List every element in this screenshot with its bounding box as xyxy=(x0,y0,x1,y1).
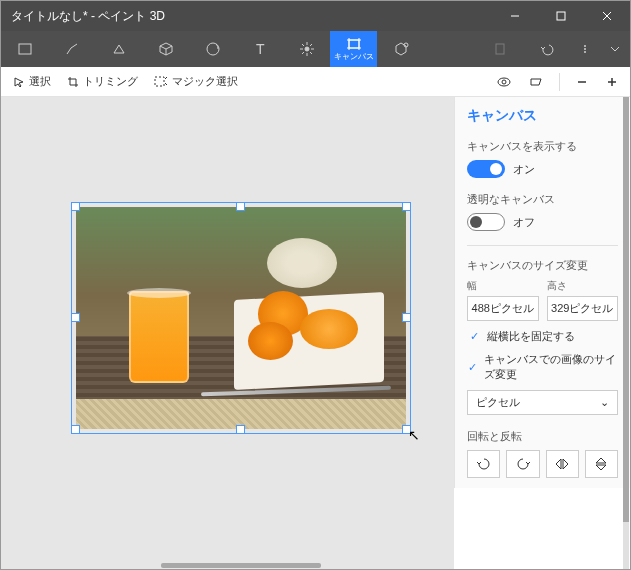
select-tool[interactable]: 選択 xyxy=(7,70,57,94)
resize-handle-l[interactable] xyxy=(71,313,80,322)
resize-handle-tr[interactable] xyxy=(402,202,411,211)
2d-shapes-tab[interactable] xyxy=(95,31,142,67)
show-canvas-state: オン xyxy=(513,162,535,177)
svg-line-12 xyxy=(302,44,304,46)
svg-point-25 xyxy=(584,51,586,53)
transparent-canvas-toggle[interactable] xyxy=(467,213,505,231)
resize-canvas-label: キャンバスのサイズ変更 xyxy=(467,258,618,273)
resize-handle-bl[interactable] xyxy=(71,425,80,434)
zoom-out-button[interactable] xyxy=(570,70,594,94)
svg-point-28 xyxy=(502,80,506,84)
resize-handle-tl[interactable] xyxy=(71,202,80,211)
resize-handle-b[interactable] xyxy=(236,425,245,434)
chevron-down-icon: ⌄ xyxy=(600,396,609,409)
canvas-tab[interactable]: キャンバス xyxy=(330,31,377,67)
canvas-properties-panel: キャンバス キャンバスを表示する オン 透明なキャンバス オフ キャンバスのサイ… xyxy=(454,97,630,488)
svg-point-23 xyxy=(584,45,586,47)
show-canvas-label: キャンバスを表示する xyxy=(467,139,618,154)
menu-button[interactable] xyxy=(1,31,48,67)
rotate-left-button[interactable] xyxy=(467,450,500,478)
resize-image-checkbox[interactable]: ✓ キャンバスでの画像のサイズ変更 xyxy=(467,352,618,382)
maximize-button[interactable] xyxy=(538,1,584,31)
cursor-icon: ↖ xyxy=(408,427,420,443)
zoom-in-button[interactable] xyxy=(600,70,624,94)
svg-line-14 xyxy=(310,44,312,46)
unit-dropdown[interactable]: ピクセル ⌄ xyxy=(467,390,618,415)
svg-point-27 xyxy=(498,78,510,86)
svg-rect-22 xyxy=(496,44,504,54)
minimize-button[interactable] xyxy=(492,1,538,31)
panel-title: キャンバス xyxy=(467,107,618,125)
view-3d-button[interactable] xyxy=(491,70,517,94)
title-bar: タイトルなし* - ペイント 3D xyxy=(1,1,630,31)
check-icon: ✓ xyxy=(467,360,478,374)
resize-handle-r[interactable] xyxy=(402,313,411,322)
magic-select-tool[interactable]: マジック選択 xyxy=(148,70,244,94)
text-tab[interactable]: T xyxy=(236,31,283,67)
3d-library-tab[interactable] xyxy=(377,31,424,67)
svg-line-15 xyxy=(302,52,304,54)
width-label: 幅 xyxy=(467,279,539,293)
show-canvas-toggle[interactable] xyxy=(467,160,505,178)
rotate-flip-label: 回転と反転 xyxy=(467,429,618,444)
canvas-tab-label: キャンバス xyxy=(334,53,374,61)
brushes-tab[interactable] xyxy=(48,31,95,67)
undo-button[interactable] xyxy=(523,31,570,67)
canvas-image xyxy=(76,207,406,429)
lock-aspect-checkbox[interactable]: ✓ 縦横比を固定する xyxy=(467,329,618,344)
more-dropdown[interactable] xyxy=(570,31,600,67)
svg-text:T: T xyxy=(256,41,265,57)
height-label: 高さ xyxy=(547,279,619,293)
height-input[interactable]: 329ピクセル xyxy=(547,296,619,321)
effects-tab[interactable] xyxy=(283,31,330,67)
3d-shapes-tab[interactable] xyxy=(142,31,189,67)
mixed-reality-button[interactable] xyxy=(523,70,549,94)
flip-horizontal-button[interactable] xyxy=(546,450,579,478)
stickers-tab[interactable] xyxy=(189,31,236,67)
secondary-toolbar: 選択 トリミング マジック選択 xyxy=(1,67,630,97)
window-title: タイトルなし* - ペイント 3D xyxy=(1,8,492,25)
transparent-canvas-state: オフ xyxy=(513,215,535,230)
ribbon: T キャンバス xyxy=(1,31,630,67)
crop-tool[interactable]: トリミング xyxy=(61,70,144,94)
flip-vertical-button[interactable] xyxy=(585,450,618,478)
panel-scrollbar[interactable] xyxy=(623,97,629,569)
svg-point-24 xyxy=(584,48,586,50)
svg-point-7 xyxy=(305,47,309,51)
svg-rect-4 xyxy=(19,44,31,54)
horizontal-scrollbar[interactable] xyxy=(161,563,321,568)
width-input[interactable]: 488ピクセル xyxy=(467,296,539,321)
rotate-right-button[interactable] xyxy=(506,450,539,478)
resize-handle-t[interactable] xyxy=(236,202,245,211)
main-area: ↖ キャンバス キャンバスを表示する オン 透明なキャンバス オフ キャンバスの… xyxy=(1,97,630,569)
canvas-viewport[interactable]: ↖ xyxy=(1,97,454,569)
transparent-canvas-label: 透明なキャンバス xyxy=(467,192,618,207)
paste-button xyxy=(476,31,523,67)
svg-rect-1 xyxy=(557,12,565,20)
canvas-selection[interactable]: ↖ xyxy=(76,207,406,429)
svg-rect-26 xyxy=(155,77,164,86)
svg-rect-16 xyxy=(349,40,359,48)
check-icon: ✓ xyxy=(467,330,481,344)
expand-button[interactable] xyxy=(600,31,630,67)
svg-line-13 xyxy=(310,52,312,54)
close-button[interactable] xyxy=(584,1,630,31)
